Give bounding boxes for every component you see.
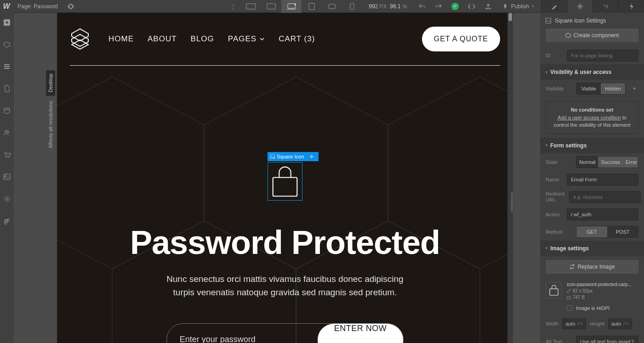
nav-home[interactable]: HOME (108, 34, 134, 44)
state-error[interactable]: Error (623, 157, 638, 168)
hidden-option[interactable]: Hidden (601, 83, 625, 94)
action-input[interactable] (567, 208, 638, 220)
page-navbar: HOME ABOUT BLOG PAGES CART (3) GET A QUO… (57, 13, 513, 51)
add-visibility-icon[interactable]: + (630, 85, 638, 92)
canvas-frame[interactable]: HOME ABOUT BLOG PAGES CART (3) GET A QUO… (57, 13, 513, 343)
id-input[interactable] (567, 50, 638, 62)
width-input[interactable]: autoPX (562, 318, 586, 329)
nav-about[interactable]: ABOUT (148, 34, 177, 44)
width-label: Width (546, 321, 559, 326)
export-icon[interactable] (480, 0, 496, 13)
image-icon (546, 18, 551, 23)
left-toolbar: {F (0, 13, 14, 343)
bp-landscape-mobile[interactable] (322, 0, 342, 13)
height-input[interactable]: autoPX (608, 318, 632, 329)
visible-option[interactable]: Visible (576, 83, 601, 94)
state-success[interactable]: Success (598, 157, 623, 168)
more-vertical-icon[interactable]: ⋮ (225, 3, 241, 10)
page-prefix: Page: (17, 3, 32, 10)
code-icon[interactable] (463, 0, 480, 13)
canvas-dimensions[interactable]: 992 PX 98.1 % (362, 3, 413, 10)
page-selector[interactable]: Page: Password (13, 3, 63, 10)
bp-tablet[interactable] (302, 0, 322, 13)
svg-point-17 (9, 157, 10, 158)
site-logo-icon[interactable] (70, 27, 90, 51)
visibility-section[interactable]: ▾Visibility & user access (540, 64, 644, 80)
lock-icon (548, 284, 559, 297)
visibility-toggle: Visible Hidden (576, 83, 626, 95)
bp-large-desktop[interactable] (241, 0, 261, 13)
svg-rect-0 (246, 4, 256, 9)
refresh-icon (570, 264, 575, 270)
redo-icon[interactable] (430, 0, 447, 13)
replace-image-button[interactable]: Replace Image (546, 260, 638, 274)
enter-button[interactable]: ENTER NOW (318, 324, 404, 343)
hero-subtitle[interactable]: Nunc senectus orci mattis vivamus faucib… (156, 272, 414, 299)
webflow-logo-icon[interactable]: W (0, 0, 13, 13)
image-thumbnail[interactable] (546, 282, 562, 298)
svg-text:★: ★ (294, 3, 296, 6)
svg-rect-1 (267, 4, 275, 9)
get-quote-button[interactable]: GET A QUOTE (422, 27, 500, 51)
svg-rect-25 (550, 289, 558, 295)
add-condition-link[interactable]: Add a user access condition (558, 115, 621, 120)
assets-icon[interactable] (0, 170, 14, 184)
topbar: W Page: Password ⋮ ★ 992 PX 98.1 % ✓ (0, 0, 644, 13)
method-post[interactable]: POST (607, 226, 638, 237)
svg-point-19 (5, 175, 6, 177)
ecommerce-icon[interactable] (0, 148, 14, 162)
cms-icon[interactable] (0, 104, 14, 118)
users-icon[interactable] (0, 126, 14, 140)
settings-panel-tab[interactable] (567, 0, 593, 13)
style-manager-tab[interactable] (593, 0, 618, 13)
status-success-icon[interactable]: ✓ (447, 0, 463, 13)
nav-cart[interactable]: CART (3) (279, 34, 315, 44)
cube-icon (565, 33, 571, 38)
redirect-input[interactable] (569, 191, 641, 203)
svg-point-22 (311, 156, 313, 157)
pages-icon[interactable] (0, 82, 14, 96)
canvas-area: Affects all resolutions Desktop HOME ABO… (14, 13, 540, 343)
bp-laptop[interactable]: ★ (281, 0, 302, 13)
hidpi-checkbox[interactable] (567, 305, 572, 311)
create-component-button[interactable]: Create component (546, 28, 638, 42)
finsweet-icon[interactable]: {F (0, 214, 14, 228)
alt-select[interactable]: Use alt text from asset⇅ (576, 336, 638, 343)
password-input[interactable] (180, 335, 318, 343)
hero-section: Square Icon Password Protected Nunc sene… (57, 66, 513, 343)
nav-pages[interactable]: PAGES (228, 34, 265, 44)
undo-icon[interactable] (414, 0, 430, 13)
bp-desktop[interactable] (261, 0, 281, 13)
method-get[interactable]: GET (576, 226, 607, 237)
svg-rect-21 (270, 154, 275, 159)
interactions-panel-tab[interactable] (618, 0, 644, 13)
navigator-icon[interactable] (0, 60, 14, 73)
size-icon (567, 295, 571, 299)
selected-element[interactable]: Square Icon (268, 162, 302, 201)
project-settings-icon[interactable] (0, 192, 14, 206)
rocket-icon (502, 3, 508, 10)
symbols-icon[interactable] (0, 38, 14, 51)
bp-mobile[interactable] (342, 0, 362, 13)
nav-blog[interactable]: BLOG (191, 34, 214, 44)
alt-label: Alt Text (546, 339, 571, 343)
image-section[interactable]: ▾Image settings (540, 241, 644, 256)
redirect-label: Redirect URL (546, 191, 564, 203)
svg-point-16 (6, 157, 7, 158)
publish-button[interactable]: Publish ▾ (496, 0, 539, 13)
canvas-scrollbar[interactable] (507, 13, 513, 343)
visibility-label: Visibility (546, 86, 571, 91)
hero-title[interactable]: Password Protected (130, 224, 440, 261)
form-section[interactable]: ▾Form settings (540, 138, 644, 153)
preview-eye-icon[interactable] (67, 4, 74, 9)
square-icon-element[interactable] (268, 162, 302, 201)
add-element-icon[interactable] (0, 16, 14, 29)
style-panel-tab[interactable] (541, 0, 567, 13)
resize-handle[interactable] (510, 192, 514, 212)
state-normal[interactable]: Normal (576, 157, 598, 168)
form-name-input[interactable] (567, 174, 638, 186)
gear-icon[interactable] (308, 153, 316, 160)
conditions-box: No conditions set Add a user access cond… (546, 101, 638, 134)
svg-rect-6 (329, 4, 335, 9)
selection-badge[interactable]: Square Icon (268, 152, 319, 161)
